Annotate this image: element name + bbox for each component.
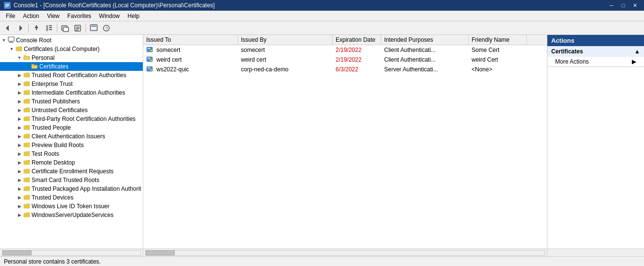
menu-view[interactable]: View xyxy=(43,12,64,20)
table-row[interactable]: ws2022-quiccorp-ned-ca-demo6/3/2022Serve… xyxy=(143,65,547,74)
back-button[interactable] xyxy=(2,23,14,33)
tree-expand-icon[interactable]: ▶ xyxy=(16,108,23,113)
folder-icon xyxy=(23,150,30,158)
tree-item-label: Trusted People xyxy=(32,124,71,131)
col-intended-purposes[interactable]: Intended Purposes xyxy=(381,35,469,45)
tree-item[interactable]: ▶Remote Desktop xyxy=(0,158,143,167)
svg-rect-24 xyxy=(9,42,14,43)
show-hide-tree[interactable] xyxy=(43,23,55,33)
tree-hscroll-thumb[interactable] xyxy=(2,250,32,255)
svg-rect-19 xyxy=(91,26,96,27)
tree-item[interactable]: ▼Personal xyxy=(0,53,143,62)
tree-expand-icon[interactable]: ▶ xyxy=(16,213,23,217)
table-row[interactable]: weird certweird cert2/19/2022Client Auth… xyxy=(143,55,547,65)
tree-item[interactable]: ▶Smart Card Trusted Roots xyxy=(0,176,143,184)
svg-rect-2 xyxy=(5,5,9,6)
tree-item[interactable]: ▶Untrusted Certificates xyxy=(0,106,143,115)
tree-item[interactable]: ▶WindowsServerUpdateServices xyxy=(0,211,143,219)
tree-item[interactable]: ▶Trusted Root Certification Authorities xyxy=(0,71,143,80)
tree-item-label: Preview Build Roots xyxy=(32,142,84,149)
tree-item[interactable]: ▶Preview Build Roots xyxy=(0,141,143,150)
properties-button[interactable] xyxy=(72,23,84,33)
list-hscroll-thumb[interactable] xyxy=(146,250,175,255)
cell-intended-purposes: Server Authenticati... xyxy=(381,66,469,73)
toolbar-sep-1 xyxy=(28,24,29,33)
close-button[interactable]: ✕ xyxy=(629,1,640,9)
tree-item[interactable]: ▶Enterprise Trust xyxy=(0,80,143,88)
svg-rect-8 xyxy=(46,25,48,31)
tree-expand-icon[interactable]: ▶ xyxy=(16,151,23,156)
col-friendly-name[interactable]: Friendly Name xyxy=(469,35,527,45)
tree-expand-icon[interactable]: ▶ xyxy=(16,99,23,104)
menu-help[interactable]: Help xyxy=(124,12,144,20)
menu-file[interactable]: File xyxy=(2,12,19,20)
action-more-actions[interactable]: More Actions ▶ xyxy=(547,57,644,66)
tree-expand-icon[interactable]: ▶ xyxy=(16,178,23,183)
col-expiration-date[interactable]: Expiration Date xyxy=(333,35,381,45)
help-button[interactable]: ? xyxy=(101,23,112,33)
forward-button[interactable] xyxy=(15,23,26,33)
tree-item[interactable]: ▶Third-Party Root Certification Authorit… xyxy=(0,115,143,123)
tree-expand-icon[interactable]: ▶ xyxy=(16,143,23,148)
tree-item[interactable]: ▶Trusted Devices xyxy=(0,193,143,202)
tree-item[interactable]: ▶Test Roots xyxy=(0,150,143,158)
minimize-button[interactable]: ─ xyxy=(606,1,617,9)
maximize-button[interactable]: □ xyxy=(618,1,628,9)
action-section-certificates: Certificates ▲ More Actions ▶ xyxy=(547,46,644,67)
tree-item[interactable]: ▶Certificate Enrollment Requests xyxy=(0,167,143,176)
folder-icon xyxy=(23,167,30,176)
menu-favorites[interactable]: Favorites xyxy=(64,12,95,20)
folder-icon xyxy=(23,80,30,88)
tree-item-label: Trusted Packaged App Installation Author… xyxy=(32,185,141,192)
tree-expand-icon[interactable]: ▶ xyxy=(16,169,23,174)
cert-icon xyxy=(146,66,153,74)
tree-item[interactable]: ▶Trusted People xyxy=(0,123,143,132)
col-issued-by[interactable]: Issued By xyxy=(238,35,333,45)
tree-expand-icon[interactable]: ▶ xyxy=(16,73,23,78)
tree-expand-icon[interactable]: ▶ xyxy=(16,134,23,139)
tree-expand-icon[interactable]: ▼ xyxy=(16,55,23,60)
tree-hscroll[interactable] xyxy=(0,249,143,256)
tree-expand-icon[interactable]: ▶ xyxy=(16,204,23,209)
action-certificates-title[interactable]: Certificates ▲ xyxy=(547,46,644,57)
tree-item[interactable]: ▶Trusted Packaged App Installation Autho… xyxy=(0,184,143,193)
svg-rect-29 xyxy=(148,58,150,59)
up-button[interactable] xyxy=(31,23,42,33)
tree-expand-icon[interactable]: ▶ xyxy=(16,195,23,200)
tree-expand-icon[interactable]: ▼ xyxy=(0,38,8,43)
tree-panel[interactable]: ▼Console Root▼Certificates (Local Comput… xyxy=(0,35,143,249)
tree-hscroll-track[interactable] xyxy=(2,250,141,256)
menu-action[interactable]: Action xyxy=(19,12,43,20)
tree-item[interactable]: ▶Client Authentication Issuers xyxy=(0,132,143,141)
tree-item[interactable]: ▶Windows Live ID Token Issuer xyxy=(0,202,143,211)
tree-item[interactable]: ▼Certificates (Local Computer) xyxy=(0,45,143,53)
list-hscroll[interactable] xyxy=(143,249,547,256)
tree-expand-icon[interactable]: ▶ xyxy=(16,160,23,165)
tree-item[interactable]: ▼Console Root xyxy=(0,36,143,45)
tree-expand-icon[interactable]: ▼ xyxy=(8,47,16,51)
tree-expand-icon[interactable]: ▶ xyxy=(16,116,23,121)
svg-rect-1 xyxy=(5,4,9,5)
col-issued-to[interactable]: Issued To xyxy=(143,35,238,45)
tree-item[interactable]: ▶Intermediate Certification Authorities xyxy=(0,88,143,97)
folder-icon xyxy=(8,36,15,45)
tree-expand-icon[interactable]: ▶ xyxy=(16,90,23,95)
list-hscroll-track[interactable] xyxy=(145,250,545,256)
menu-window[interactable]: Window xyxy=(95,12,124,20)
chevron-up-icon: ▲ xyxy=(634,48,640,55)
folder-icon xyxy=(23,54,30,62)
tree-item[interactable]: Certificates xyxy=(0,62,143,71)
export-button[interactable] xyxy=(88,23,100,33)
folder-icon xyxy=(23,89,30,97)
list-header: Issued To Issued By Expiration Date Inte… xyxy=(143,35,547,45)
list-body[interactable]: somecertsomecert2/19/2022Client Authenti… xyxy=(143,45,547,249)
tree-item-label: Trusted Publishers xyxy=(32,98,80,105)
cell-intended-purposes: Client Authenticati... xyxy=(381,56,469,63)
tree-expand-icon[interactable]: ▶ xyxy=(16,186,23,191)
tree-expand-icon[interactable]: ▶ xyxy=(16,125,23,130)
table-row[interactable]: somecertsomecert2/19/2022Client Authenti… xyxy=(143,45,547,55)
tree-expand-icon[interactable]: ▶ xyxy=(16,82,23,86)
tree-item[interactable]: ▶Trusted Publishers xyxy=(0,97,143,106)
app-icon xyxy=(4,2,11,9)
new-window-button[interactable] xyxy=(59,23,71,33)
